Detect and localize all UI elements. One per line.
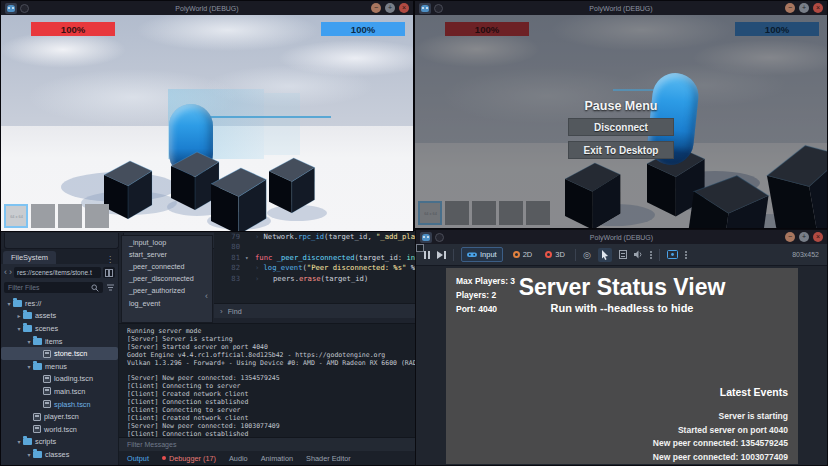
latest-events-title: Latest Events	[720, 386, 788, 398]
titlebar[interactable]: PolyWorld (DEBUG) − + ×	[1, 1, 413, 15]
function-item[interactable]: _input_loop	[122, 236, 212, 248]
event-item: Server is starting	[653, 410, 788, 424]
input-mode-button[interactable]: Input	[461, 247, 503, 262]
tree-item-items[interactable]: ▾items	[1, 335, 118, 348]
resolution-label: 803x452	[792, 251, 819, 258]
hotbar-slot-selected[interactable]: 64 x 64	[4, 204, 28, 228]
find-expand-icon[interactable]: ›	[220, 307, 223, 316]
titlebar[interactable]: PolyWorld (DEBUG) − + ×	[416, 230, 827, 244]
dock-menu-icon[interactable]: ⋮	[102, 255, 118, 264]
selection-list-icon[interactable]	[619, 250, 627, 259]
latest-events-list: Server is startingStarted server on port…	[653, 410, 788, 464]
bottom-tab-shader-editor[interactable]: Shader Editor	[306, 454, 351, 463]
split-view-icon[interactable]	[103, 267, 115, 278]
close-button[interactable]: ×	[399, 3, 409, 13]
tree-item-world-tscn[interactable]: world.tscn	[1, 423, 118, 436]
minimize-button[interactable]: −	[785, 232, 795, 242]
tree-item-scenes[interactable]: ▾scenes	[1, 322, 118, 335]
folder-icon	[33, 363, 42, 370]
function-item[interactable]: log_event	[122, 297, 212, 309]
minimize-button[interactable]: −	[785, 3, 795, 13]
tree-item-assets[interactable]: ▸assets	[1, 310, 118, 323]
tree-item-player-tscn[interactable]: player.tscn	[1, 410, 118, 423]
history-back-icon[interactable]: ‹	[4, 268, 7, 277]
function-item[interactable]: _peer_connected	[122, 260, 212, 272]
bottom-tab-audio[interactable]: Audio	[229, 454, 248, 463]
minimize-button[interactable]: −	[371, 3, 381, 13]
tree-item-res-[interactable]: ▾res://	[1, 297, 118, 310]
code-line-80: 80	[214, 242, 415, 253]
find-bar[interactable]: › Find	[214, 303, 415, 318]
hotbar-slot[interactable]	[31, 204, 55, 228]
game-viewport-client-a[interactable]: 100% 100% 64 x 64	[1, 15, 413, 231]
tree-item-menus[interactable]: ▾menus	[1, 360, 118, 373]
tree-item-loading-tscn[interactable]: loading.tscn	[1, 373, 118, 386]
hotbar-slot[interactable]	[58, 204, 82, 228]
maximize-button[interactable]: +	[385, 3, 395, 13]
close-button[interactable]: ×	[813, 232, 823, 242]
sort-icon[interactable]	[106, 283, 115, 292]
hotbar-slot[interactable]	[85, 204, 109, 228]
script-functions-panel[interactable]: _input_loopstart_server_peer_connected_p…	[121, 235, 213, 323]
godot-editor: FileSystem ⋮ ‹ › res://scenes/items/ston…	[0, 230, 416, 466]
code-line-81: 81▾func _peer_disconnected(target_id: in…	[214, 252, 415, 263]
window-client-b: PolyWorld (DEBUG) − + × 1	[414, 0, 828, 229]
bottom-panel-tabs: OutputDebugger (17)AudioAnimationShader …	[119, 451, 415, 465]
panel-collapse-icon[interactable]: ‹	[205, 291, 208, 301]
2d-mode-button[interactable]: 2D	[510, 248, 536, 261]
folder-icon	[23, 312, 32, 319]
window-server: PolyWorld (DEBUG) − + × Input 2D 3D ◎	[415, 229, 828, 466]
game-viewport-client-b[interactable]: 100% 100% 64 x 64 Pause Menu Disconnect …	[415, 15, 827, 228]
current-path[interactable]: res://scenes/items/stone.t	[14, 267, 101, 278]
output-console[interactable]: Running server mode[Server] Server is st…	[119, 323, 415, 437]
health-bar-right: 100%	[321, 22, 405, 36]
game-debug-toolbar: Input 2D 3D ◎ 803x452	[416, 244, 827, 266]
folder-icon	[13, 300, 22, 307]
camera-override-icon[interactable]: ◎	[583, 250, 591, 260]
hotbar: 64 x 64	[4, 204, 109, 228]
tree-item-splash-tscn[interactable]: splash.tscn	[1, 398, 118, 411]
upper-dock-edge	[4, 233, 119, 249]
folder-icon	[33, 451, 42, 458]
embed-game-icon[interactable]	[667, 250, 678, 259]
filter-files-input[interactable]: Filter Files	[4, 282, 103, 293]
maximize-button[interactable]: +	[799, 3, 809, 13]
code-editor[interactable]: 79›Network.rpc_id(target_id, "_add_pla80…	[214, 231, 415, 303]
tab-filesystem[interactable]: FileSystem	[3, 251, 56, 264]
mute-audio-icon[interactable]	[634, 250, 643, 259]
gamepad-icon	[467, 251, 477, 258]
cursor-tool-button[interactable]	[598, 248, 612, 262]
function-item[interactable]: _peer_authorized	[122, 285, 212, 297]
event-item: New peer connected: 1354579245	[653, 437, 788, 451]
bottom-tab-animation[interactable]: Animation	[261, 454, 293, 463]
filter-messages-input[interactable]: Filter Messages	[119, 437, 415, 451]
fullscreen-icon[interactable]	[416, 244, 424, 252]
tree-item-stone-tscn[interactable]: stone.tscn	[1, 347, 118, 360]
bottom-tab-output[interactable]: Output	[127, 454, 149, 463]
tree-item-scripts[interactable]: ▾scripts	[1, 436, 118, 449]
3d-mode-button[interactable]: 3D	[542, 248, 568, 261]
filesystem-dock: FileSystem ⋮ ‹ › res://scenes/items/ston…	[1, 249, 119, 465]
window-client-a: PolyWorld (DEBUG) − + ×	[0, 0, 414, 232]
disconnect-button[interactable]: Disconnect	[568, 118, 674, 136]
scene-file-icon	[43, 387, 51, 395]
server-game-view[interactable]: Max Players: 3Players: 2Port: 4040 Serve…	[416, 266, 827, 465]
bottom-tab-debugger-17-[interactable]: Debugger (17)	[162, 454, 216, 463]
history-forward-icon[interactable]: ›	[9, 268, 12, 277]
close-button[interactable]: ×	[813, 3, 823, 13]
titlebar[interactable]: PolyWorld (DEBUG) − + ×	[415, 1, 827, 15]
tree-item-classes[interactable]: ▾classes	[1, 448, 118, 461]
server-view-title: Server Status View	[446, 274, 798, 301]
embed-options-icon[interactable]	[685, 251, 687, 259]
function-item[interactable]: start_server	[122, 248, 212, 260]
screen: PolyWorld (DEBUG) − + ×	[0, 0, 828, 466]
exit-to-desktop-button[interactable]: Exit To Desktop	[568, 141, 674, 159]
file-tree[interactable]: ▾res://▸assets▾scenes▾itemsstone.tscn▾me…	[1, 297, 118, 465]
search-icon	[91, 284, 99, 292]
tree-item-main-tscn[interactable]: main.tscn	[1, 385, 118, 398]
function-item[interactable]: _peer_disconnected	[122, 273, 212, 285]
more-options-icon[interactable]	[650, 251, 652, 259]
pause-icon[interactable]	[424, 251, 430, 259]
maximize-button[interactable]: +	[799, 232, 809, 242]
next-frame-icon[interactable]	[437, 251, 446, 259]
